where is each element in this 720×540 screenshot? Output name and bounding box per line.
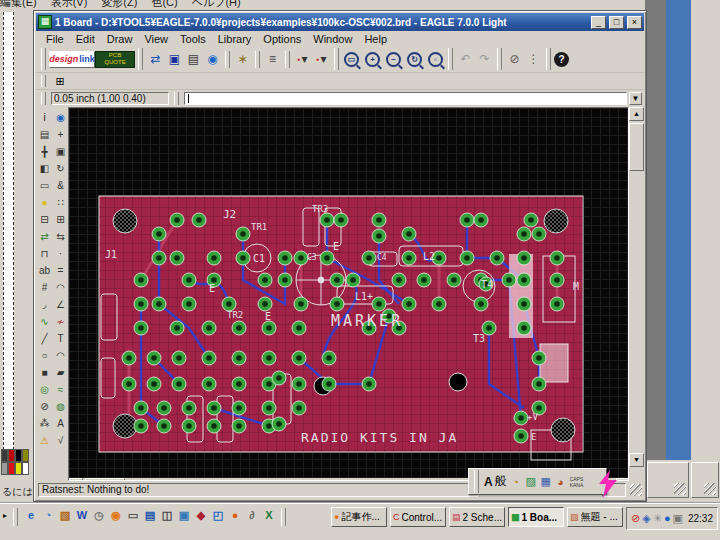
- circle-tool-icon[interactable]: ○: [36, 347, 53, 364]
- word-icon[interactable]: W: [74, 507, 90, 523]
- pad[interactable]: [550, 273, 564, 287]
- pad[interactable]: [152, 227, 166, 241]
- ime-pen-icon[interactable]: ▨: [524, 475, 538, 489]
- firefox-icon[interactable]: ●: [227, 507, 243, 523]
- pad[interactable]: [330, 273, 344, 287]
- pad[interactable]: [517, 227, 531, 241]
- background-menu-item[interactable]: ヘルプ(H): [192, 0, 241, 8]
- menu-draw[interactable]: Draw: [101, 32, 139, 46]
- color-swatch[interactable]: [22, 449, 29, 462]
- pad[interactable]: [147, 351, 161, 365]
- pad[interactable]: [232, 321, 246, 335]
- paste-tool-icon[interactable]: ∷: [52, 194, 69, 211]
- copy-tool-icon[interactable]: ▣: [52, 143, 69, 160]
- signal-tool-icon[interactable]: ≈: [52, 381, 69, 398]
- scroll-down-button[interactable]: ▼: [629, 453, 644, 467]
- pad[interactable]: [490, 251, 504, 265]
- cam-processor-icon[interactable]: ◉: [203, 50, 222, 69]
- vertical-scrollbar[interactable]: ▲ ▼: [629, 107, 644, 481]
- ime-tools-icon[interactable]: ◔: [509, 475, 523, 489]
- shield-icon[interactable]: ◈: [642, 512, 650, 525]
- ripup-tool-icon[interactable]: ≁: [52, 313, 69, 330]
- pad[interactable]: [532, 227, 546, 241]
- background-menu-item[interactable]: 表示(V): [51, 0, 88, 8]
- text-tool-icon[interactable]: T: [52, 330, 69, 347]
- pad[interactable]: [134, 273, 148, 287]
- pad[interactable]: [514, 429, 528, 443]
- layer-dropdown-icon[interactable]: ▪▾: [293, 50, 312, 69]
- pad[interactable]: [272, 417, 286, 431]
- rotate-tool-icon[interactable]: ↻: [52, 160, 69, 177]
- menu-library[interactable]: Library: [212, 32, 258, 46]
- pad[interactable]: [517, 251, 531, 265]
- ratsnest-tool-icon[interactable]: ⁂: [36, 415, 53, 432]
- pad[interactable]: [322, 351, 336, 365]
- pad[interactable]: [207, 251, 221, 265]
- task-tray-icon[interactable]: ▣: [673, 512, 683, 525]
- ime-grip[interactable]: [474, 470, 479, 493]
- image-icon[interactable]: ▣: [176, 507, 192, 523]
- pad[interactable]: [334, 213, 348, 227]
- info-tool-icon[interactable]: i: [36, 109, 53, 126]
- pad[interactable]: [447, 273, 461, 287]
- pad[interactable]: [147, 377, 161, 391]
- pad[interactable]: [402, 227, 416, 241]
- taskbar-overflow-chevron[interactable]: ▸: [0, 507, 10, 520]
- title-bar[interactable]: ▦ 1 Board - D:¥TOOL5¥EAGLE-7.0.0¥project…: [36, 13, 644, 31]
- pad[interactable]: [402, 251, 416, 265]
- pad[interactable]: [262, 321, 276, 335]
- display-icon[interactable]: ▭: [125, 507, 141, 523]
- zoom-redraw-icon[interactable]: ↻: [405, 50, 424, 69]
- help-button[interactable]: ?: [554, 52, 569, 67]
- pad[interactable]: [292, 401, 306, 415]
- pad[interactable]: [122, 377, 136, 391]
- split-tool-icon[interactable]: ◞: [36, 296, 53, 313]
- via-tool-icon[interactable]: ◎: [36, 381, 53, 398]
- pad[interactable]: [514, 411, 528, 425]
- color-swatch[interactable]: [15, 462, 22, 475]
- pinswap-tool-icon[interactable]: ⇄: [36, 228, 53, 245]
- pad[interactable]: [152, 251, 166, 265]
- pad[interactable]: [134, 297, 148, 311]
- vertical-scroll-thumb[interactable]: [629, 123, 644, 171]
- pad[interactable]: [134, 401, 148, 415]
- pad[interactable]: [172, 377, 186, 391]
- menu-edit[interactable]: Edit: [70, 32, 101, 46]
- taskbar-grip[interactable]: [281, 508, 286, 526]
- toolbar-grip[interactable]: [138, 48, 143, 70]
- notes-icon[interactable]: ▤: [142, 507, 158, 523]
- menu-help[interactable]: Help: [358, 32, 393, 46]
- spin-tool-icon[interactable]: ·: [52, 245, 69, 262]
- miter-tool-icon[interactable]: ◠: [52, 279, 69, 296]
- replace-tool-icon[interactable]: ⇆: [52, 228, 69, 245]
- printer-tray-icon[interactable]: ✳: [653, 512, 662, 525]
- pad[interactable]: [236, 251, 250, 265]
- pad[interactable]: [202, 377, 216, 391]
- designlink-button[interactable]: design link: [49, 51, 95, 68]
- toolbar-grip[interactable]: [41, 75, 46, 87]
- pad[interactable]: [172, 351, 186, 365]
- pad[interactable]: [322, 377, 336, 391]
- pad[interactable]: [222, 297, 236, 311]
- task-board[interactable]: ▦1 Boa...: [508, 507, 564, 527]
- resize-grip[interactable]: [674, 483, 686, 495]
- polygon-tool-icon[interactable]: ▰: [52, 364, 69, 381]
- pad[interactable]: [292, 351, 306, 365]
- toolbar-grip[interactable]: [448, 48, 453, 70]
- pad[interactable]: [232, 419, 246, 433]
- pad[interactable]: [152, 297, 166, 311]
- cut-tool-icon[interactable]: ●: [36, 194, 53, 211]
- pad-tool-icon[interactable]: ◍: [52, 398, 69, 415]
- pad[interactable]: [170, 251, 184, 265]
- pad[interactable]: [236, 227, 250, 241]
- rect-tool-icon[interactable]: ■: [36, 364, 53, 381]
- color-swatch[interactable]: [8, 449, 15, 462]
- tool-icon[interactable]: ∂: [244, 507, 260, 523]
- pad[interactable]: [532, 377, 546, 391]
- pad[interactable]: [182, 401, 196, 415]
- drc-tool-icon[interactable]: √: [52, 432, 69, 449]
- task-article[interactable]: ●記事作...: [331, 507, 387, 527]
- pad[interactable]: [517, 297, 531, 311]
- pad[interactable]: [330, 297, 344, 311]
- pad[interactable]: [292, 377, 306, 391]
